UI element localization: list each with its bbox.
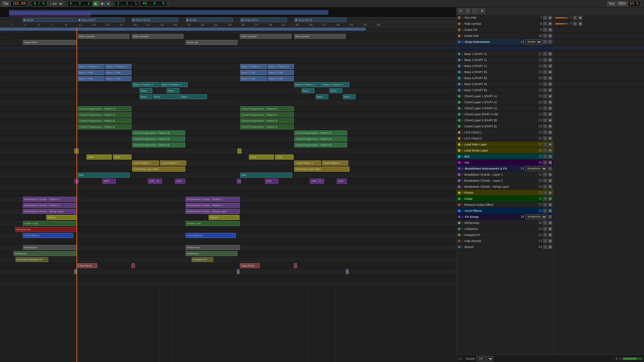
mixer-track-chord3a[interactable]: ○ Chord Layer 3 (PART A) 21 S ◉ xyxy=(457,105,553,111)
clip-snare-up[interactable]: Snare up xyxy=(185,40,237,45)
mixer-track-bass6b[interactable]: ○ Bass 6 (PART B) 17 S ◉ xyxy=(457,81,553,87)
track-mute-chord5b[interactable]: ◉ xyxy=(548,118,552,122)
play-button[interactable]: ▶ xyxy=(93,1,99,6)
mixer-track-lead-main[interactable]: ○ Lead Main Layer 27 S ◉ xyxy=(457,141,553,147)
track-s-bass2a[interactable]: S xyxy=(543,58,547,62)
clip-ambience-1[interactable]: Ambience xyxy=(13,251,77,256)
mixer-track-plucks[interactable]: ○ Plucks 35 S ◉ xyxy=(457,190,553,196)
mixer-track-chord2a[interactable]: ○ Chord Layer 2 (PART A) 20 S ◉ xyxy=(457,99,553,105)
track-mute-snare-roll[interactable]: ◉ xyxy=(548,34,552,38)
clip-woosh-3[interactable]: W xyxy=(346,269,348,274)
track-s-bdc2[interactable]: S xyxy=(543,179,547,183)
clip-bass4-p1-a[interactable]: Bass 4 Pattern 1 xyxy=(132,82,160,87)
track-s-tom-fills[interactable]: S xyxy=(543,16,547,20)
clip-bell-1[interactable]: Bell xyxy=(78,173,130,178)
track-mute-bass1a[interactable]: ◉ xyxy=(548,52,552,56)
clip-delayed-fx-2[interactable]: Delayed FX xyxy=(192,257,213,262)
mixer-btn-4[interactable]: ⊞ xyxy=(479,8,485,14)
clip-arp-2[interactable]: ARP xyxy=(175,179,185,184)
clip-reverse-guitar[interactable]: Reverse Gu xyxy=(15,227,77,232)
clip-chord-sm-2[interactable] xyxy=(237,148,241,154)
mixer-track-chord5b[interactable]: ○ Chord Layer 5 (PART B) 23 S ◉ xyxy=(457,117,553,123)
fader-bar-8[interactable] xyxy=(555,23,569,24)
clip-chord-prog-b3[interactable]: Chord Progression - Pattern B xyxy=(132,136,185,141)
clip-whitenoise-2[interactable]: Whitenoise xyxy=(185,245,240,250)
clip-bass2-p2-a[interactable]: Bass 2 Patt xyxy=(105,70,131,75)
track-mute-snare-fill[interactable]: ◉ xyxy=(548,28,552,32)
clip-bass-1a[interactable]: Bass xyxy=(140,88,152,93)
track-s-lead-noise[interactable]: S xyxy=(543,148,547,153)
mixer-track-bell[interactable]: ○ Bell 29 S ◉ xyxy=(457,154,553,160)
track-clips[interactable]: Ride Cymbal Ride Cymbal Ride Cymbal 606 … xyxy=(0,27,456,362)
clip-lead-p1-a[interactable]: Lead Pattern 1 xyxy=(132,161,159,166)
track-mute-tom-fills[interactable]: ◉ xyxy=(548,16,552,20)
mixer-track-rev-guitar[interactable]: ○ Reverse Guitar Effect 37 S ◉ xyxy=(457,202,553,208)
clip-woosh-2[interactable]: W xyxy=(237,269,239,274)
clip-bass1-p2-a[interactable]: Bass 1 Pattern 2 xyxy=(105,64,131,69)
mixer-track-chord6b[interactable]: ○ Chord Layer 6 (PART B) 24 S ◉ xyxy=(457,123,553,129)
clip-bass-3b[interactable]: Bass xyxy=(180,94,207,99)
clip-bass-4a[interactable]: Bass xyxy=(329,88,342,93)
track-s-chord5b[interactable]: S xyxy=(543,118,547,122)
track-s-cr[interactable]: S xyxy=(543,239,547,243)
track-s-guitar[interactable]: S xyxy=(543,197,547,201)
mixer-track-whitenoise[interactable]: ○ Whitenoise 40 S ◉ xyxy=(457,220,553,226)
track-s-lfo1[interactable]: S xyxy=(543,130,547,134)
clip-lead-p1-b[interactable]: Lead Pattern 1 xyxy=(294,161,321,166)
clip-bd-str-2[interactable]: Breakdown Chords - String Layer xyxy=(185,209,240,214)
clip-lead-p2-b[interactable]: Lead Pattern 2 xyxy=(322,161,348,166)
clip-bell-2[interactable]: Bell xyxy=(240,173,292,178)
mixer-track-bass5b[interactable]: ○ Bass 5 (PART B) 16 S ◉ xyxy=(457,75,553,81)
track-mute-chordab[interactable]: ◉ xyxy=(548,112,552,116)
track-s-lead-main[interactable]: S xyxy=(543,142,547,146)
track-mute-rev-guitar[interactable]: ◉ xyxy=(548,203,552,207)
clip-bass3-p1-b[interactable]: Bass 3 Patt xyxy=(240,76,267,81)
track-mute-lead-main[interactable]: ◉ xyxy=(548,142,552,146)
mixer-track-guitar[interactable]: ○ Guitar 36 S ◉ xyxy=(457,196,553,202)
clip-chord-1b[interactable]: Chor xyxy=(113,155,131,160)
clip-clap-sm-2[interactable] xyxy=(294,263,297,268)
clip-lead-noise-a[interactable]: Lead Noise Layer Patter xyxy=(132,167,185,172)
track-mute-vocal-fx[interactable]: ◉ xyxy=(548,209,552,213)
clip-chord-prog-b6[interactable]: Chord Progression - Pattern B xyxy=(294,142,347,147)
fader-mute-8[interactable]: ◉ xyxy=(578,22,582,26)
clip-ambience-2[interactable]: Ambience xyxy=(185,251,237,256)
clip-bass4-p2-a[interactable]: Bass 4 Pattern 2 xyxy=(160,82,188,87)
clip-arp-sm-1[interactable]: AR xyxy=(74,179,78,184)
track-mute-chord1a[interactable]: ◉ xyxy=(548,94,552,98)
clip-bass1-p1-b[interactable]: Bass 1 Pattern 1 xyxy=(240,64,267,69)
track-mute-lfo2[interactable]: ◉ xyxy=(548,136,552,140)
bar-select[interactable]: 1 Bar xyxy=(48,1,64,6)
clip-clap-reverb-1[interactable]: Clap Rever xyxy=(77,263,97,268)
clip-plucks-1[interactable]: Plucks xyxy=(46,215,77,220)
track-mute-bass6b[interactable]: ◉ xyxy=(548,82,552,86)
track-s-chordab[interactable]: S xyxy=(543,112,547,116)
clip-arp-14-1[interactable]: ARP_14 xyxy=(148,179,162,184)
clip-chord-prog-a2[interactable]: Chord Progression - Pattern A xyxy=(240,106,294,111)
track-s-bass3a[interactable]: S xyxy=(543,64,547,68)
clip-bass3-p1-a[interactable]: Bass 3 Patt xyxy=(78,76,105,81)
clip-bass-1b[interactable]: Bass xyxy=(140,94,152,99)
clip-chord-prog-b5[interactable]: Chord Progression - Pattern B xyxy=(132,142,185,147)
track-s-bdstr[interactable]: S xyxy=(543,185,547,189)
clip-guitar-loop-1[interactable]: Guitar Loop xyxy=(23,221,77,226)
clip-chord-1a[interactable]: Chor xyxy=(87,155,112,160)
track-s-bass5b[interactable]: S xyxy=(543,76,547,80)
track-mute-dfx[interactable]: ◉ xyxy=(548,233,552,237)
track-s-bd-group[interactable]: S xyxy=(548,167,552,171)
track-mute-bdc2[interactable]: ◉ xyxy=(548,179,552,183)
mixer-track-vocal-fx[interactable]: ○ Vocal Effects 38 S ◉ xyxy=(457,208,553,214)
mixer-track-bass1a[interactable]: ○ Bass 1 (PART A) 12 S ◉ xyxy=(457,51,553,57)
track-s-bell[interactable]: S xyxy=(543,155,547,159)
track-mute-woosh[interactable]: ◉ xyxy=(548,245,552,249)
mixer-track-bass3a[interactable]: ○ Bass 3 (PART A) 14 S ◉ xyxy=(457,63,553,69)
clip-lead-noise-b[interactable]: Lead Noise Layer Patter xyxy=(294,167,350,172)
track-s-bass6b[interactable]: S xyxy=(543,82,547,86)
track-s-drop-inst[interactable]: S xyxy=(543,40,547,44)
clip-plucks-2[interactable]: Plucks xyxy=(209,215,239,220)
track-s-chord6b[interactable]: S xyxy=(543,124,547,128)
track-mute-chord2a[interactable]: ◉ xyxy=(548,100,552,104)
clip-arp-4[interactable]: ARP xyxy=(337,179,347,184)
track-mute-amb[interactable]: ◉ xyxy=(548,227,552,231)
tap-button[interactable]: Tap xyxy=(1,1,10,6)
